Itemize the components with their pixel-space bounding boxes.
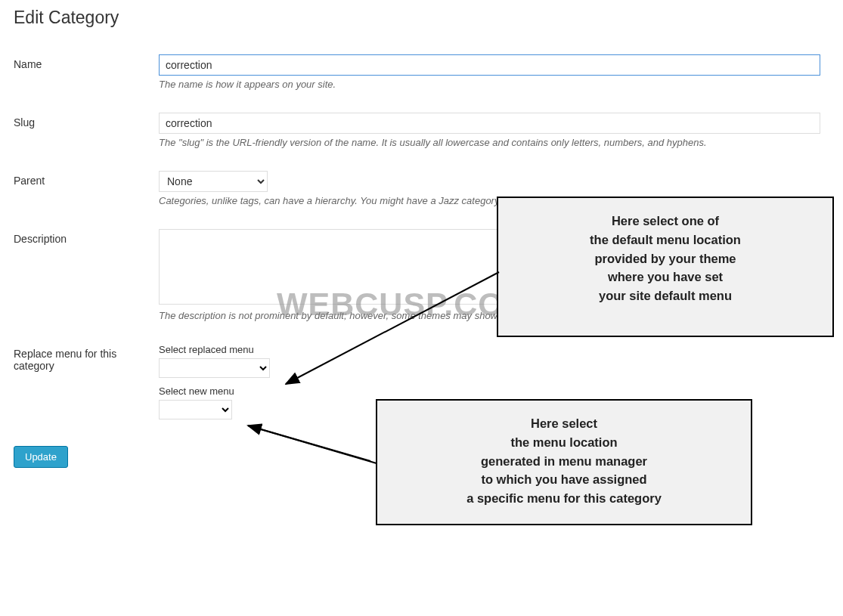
name-label: Name <box>0 43 159 101</box>
parent-label: Parent <box>0 159 159 218</box>
description-label: Description <box>0 218 159 333</box>
slug-input[interactable] <box>159 113 820 134</box>
replaced-menu-select[interactable] <box>159 358 270 378</box>
page-title: Edit Category <box>14 8 843 28</box>
name-input[interactable] <box>159 54 820 76</box>
slug-help: The "slug" is the URL-friendly version o… <box>159 137 835 148</box>
annotation-box-1: Here select one ofthe default menu locat… <box>497 197 834 337</box>
parent-select[interactable]: None <box>159 171 268 192</box>
slug-label: Slug <box>0 101 159 159</box>
name-help: The name is how it appears on your site. <box>159 79 835 90</box>
annotation-box-2: Here selectthe menu locationgenerated in… <box>376 399 752 525</box>
new-menu-select[interactable] <box>159 400 232 419</box>
replace-menu-label: Replace menu for this category <box>0 333 159 431</box>
svg-line-3 <box>248 426 370 461</box>
update-button[interactable]: Update <box>14 446 68 468</box>
replaced-menu-label: Select replaced menu <box>159 344 835 355</box>
new-menu-label: Select new menu <box>159 385 835 397</box>
svg-line-4 <box>248 426 377 463</box>
